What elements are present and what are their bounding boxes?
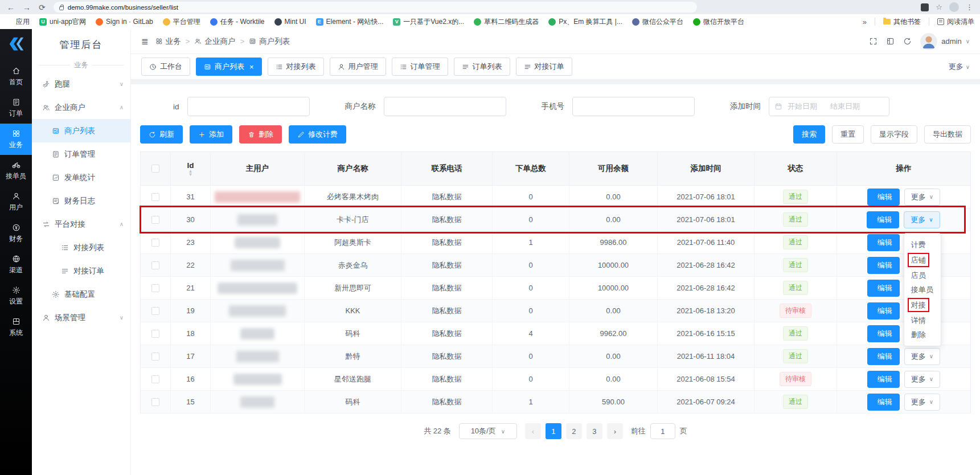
rail-item-接单员[interactable]: 接单员 [0,155,32,186]
sort-icon[interactable]: ▲▼ [188,170,193,177]
tabs-more-button[interactable]: 更多 ∨ [949,62,970,72]
prev-page-button[interactable]: ‹ [525,423,541,439]
user-menu[interactable]: admin ∨ [920,33,970,50]
select-all-checkbox[interactable] [151,165,159,173]
sidebar-item-财务日志[interactable]: 财务日志 [32,189,130,212]
export-button[interactable]: 导出数据 [924,125,971,144]
rail-item-业务[interactable]: 业务 [0,124,32,155]
tab-订单列表[interactable]: 订单列表 [454,58,510,76]
next-page-button[interactable]: › [607,423,623,439]
extension-icon[interactable] [921,3,929,11]
row-checkbox[interactable] [151,375,159,383]
menu-fold-icon[interactable]: ≣ [141,36,149,47]
edit-button[interactable]: 编辑 [867,257,900,274]
rail-item-用户[interactable]: 用户 [0,186,32,218]
sidebar-item-对接订单[interactable]: 对接订单 [32,259,130,282]
bookmark-item[interactable]: Mint UI [274,18,306,26]
bookmark-item[interactable]: 任务 - Worktile [210,17,265,27]
dropdown-item-详情[interactable]: 详情 [904,313,941,327]
sidebar-item-平台对接[interactable]: 平台对接∧ [32,212,130,236]
row-checkbox[interactable] [151,284,159,292]
row-checkbox[interactable] [151,330,159,338]
sidebar-item-场景管理[interactable]: 场景管理∨ [32,306,130,329]
bookmark-item[interactable]: EElement - 网站快... [316,17,384,27]
sidebar-item-商户列表[interactable]: 商户列表 [32,119,130,142]
dropdown-item-删除[interactable]: 删除 [904,327,941,342]
breadcrumb-item-业务[interactable]: 业务 [155,36,181,47]
date-range-picker[interactable]: 开始日期 结束日期 [769,97,889,116]
show-fields-button[interactable]: 显示字段 [871,125,917,144]
page-size-select[interactable]: 10条/页 ∨ [459,423,517,439]
merchant-name-filter-input[interactable] [384,97,506,116]
page-button-1[interactable]: 1 [546,423,561,439]
bookmark-item[interactable]: 平台管理 [163,17,200,27]
star-icon[interactable]: ☆ [936,3,942,11]
edit-button[interactable]: 编辑 [867,371,900,388]
page-button-3[interactable]: 3 [587,423,602,439]
back-icon[interactable]: ← [7,3,15,11]
other-bookmarks[interactable]: 其他书签 [883,17,921,27]
tab-订单管理[interactable]: 订单管理 [392,58,448,76]
dropdown-item-接单员[interactable]: 接单员 [904,282,941,297]
rail-item-订单[interactable]: 订单 [0,92,32,124]
refresh-icon[interactable] [903,37,912,46]
tab-用户管理[interactable]: 用户管理 [330,58,386,76]
bookmark-item[interactable]: 应用 [6,17,30,27]
dropdown-item-店员[interactable]: 店员 [904,268,941,282]
row-checkbox[interactable] [151,216,159,224]
tab-对接列表[interactable]: 对接列表 [268,58,324,76]
more-button[interactable]: 更多∨ [904,211,940,228]
edit-button[interactable]: 编辑 [867,280,900,297]
row-checkbox[interactable] [151,353,159,361]
breadcrumb-item-企业商户[interactable]: 企业商户 [194,36,235,47]
edit-button[interactable]: 编辑 [867,325,900,342]
profile-avatar[interactable] [949,2,959,12]
sidebar-item-跑腿[interactable]: 跑腿∨ [32,72,130,96]
search-button[interactable]: 搜索 [793,125,825,144]
bookmark-item[interactable]: 微信开放平台 [693,17,744,27]
edit-button[interactable]: 编辑 [867,394,900,411]
more-button[interactable]: 更多∨ [904,348,940,365]
bookmark-item[interactable]: 微信公众平台 [632,17,683,27]
phone-filter-input[interactable] [572,97,695,116]
id-filter-input[interactable] [187,97,310,116]
rail-item-财务[interactable]: 财务 [0,218,32,249]
dropdown-item-计费[interactable]: 计费 [904,238,941,252]
rail-item-首页[interactable]: 首页 [0,61,32,92]
dropdown-item-对接[interactable]: 对接 [904,297,941,313]
bookmark-item[interactable]: Sign in · GitLab [96,18,153,26]
rail-item-设置[interactable]: 设置 [0,280,32,312]
forward-icon[interactable]: → [23,3,31,11]
tab-对接订单[interactable]: 对接订单 [516,58,572,76]
sidebar-item-订单管理[interactable]: 订单管理 [32,142,130,166]
url-text[interactable]: demo.99make.com/business/seller/list [68,4,178,11]
add-button[interactable]: 添加 [190,125,232,144]
edit-button[interactable]: 编辑 [867,234,900,251]
page-button-2[interactable]: 2 [566,423,582,439]
browser-menu-icon[interactable]: ⋮ [966,3,973,11]
more-button[interactable]: 更多∨ [904,189,940,206]
row-checkbox[interactable] [151,398,159,406]
row-checkbox[interactable] [151,261,159,269]
tab-商户列表[interactable]: 商户列表× [196,58,262,76]
bookmark-item[interactable]: V一只基于Vue2.x的... [393,17,464,27]
theme-icon[interactable] [886,37,895,46]
sidebar-item-企业商户[interactable]: 企业商户∧ [32,96,130,119]
delete-button[interactable]: 删除 [239,125,282,144]
row-checkbox[interactable] [151,239,159,247]
rail-item-渠道[interactable]: 渠道 [0,249,32,280]
row-checkbox[interactable] [151,193,159,201]
breadcrumb-item-商户列表[interactable]: 商户列表 [249,36,290,47]
more-button[interactable]: 更多∨ [904,394,940,411]
reading-list[interactable]: 阅读清单 [937,17,974,27]
rail-item-系统[interactable]: 系统 [0,312,32,343]
bookmarks-overflow-icon[interactable]: » [863,18,867,26]
close-icon[interactable]: × [249,63,254,71]
edit-button[interactable]: 编辑 [867,348,900,365]
edit-button[interactable]: 编辑 [867,189,900,206]
edit-billing-button[interactable]: 修改计费 [289,125,346,144]
sidebar-item-基础配置[interactable]: 基础配置 [32,282,130,306]
goto-page-input[interactable] [650,423,675,439]
row-checkbox[interactable] [151,307,159,315]
bookmark-item[interactable]: Px、Em 换算工具 |... [548,17,622,27]
